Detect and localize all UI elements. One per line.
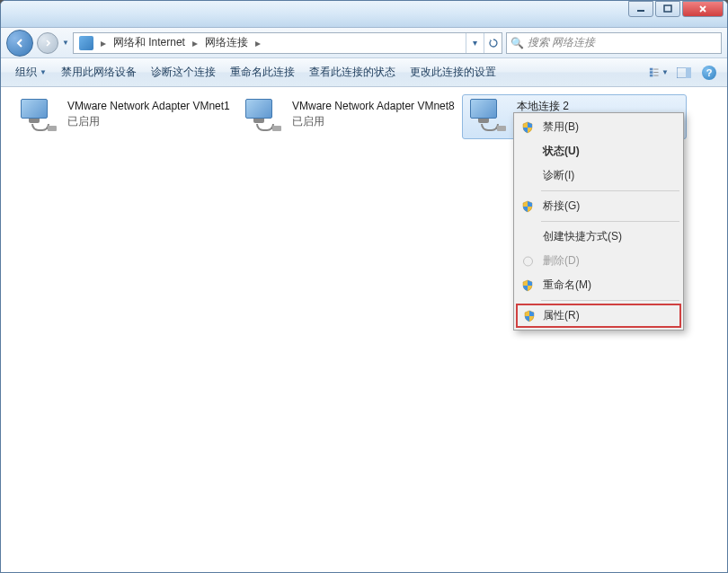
menu-diagnose[interactable]: 诊断(I) (516, 163, 681, 188)
search-placeholder: 搜索 网络连接 (528, 35, 595, 50)
adapter-item[interactable]: VMware Network Adapter VMnet1 已启用 (13, 94, 237, 139)
svg-rect-0 (637, 10, 644, 12)
menu-status[interactable]: 状态(U) (516, 139, 681, 163)
shield-icon (521, 279, 534, 292)
adapter-status: 已启用 (292, 114, 455, 129)
close-button[interactable] (682, 1, 724, 17)
breadcrumb-separator-icon: ▸ (99, 37, 108, 49)
network-icon (79, 36, 93, 50)
adapter-item[interactable]: VMware Network Adapter VMnet8 已启用 (237, 94, 462, 139)
svg-rect-3 (650, 71, 653, 74)
arrow-left-icon (13, 37, 26, 49)
view-icon (649, 66, 661, 79)
navbar: ▼ ▸ 网络和 Internet ▸ 网络连接 ▸ ▾ 🔍 搜索 网络连接 (1, 28, 727, 58)
menu-rename[interactable]: 重命名(M) (516, 273, 681, 297)
view-mode-button[interactable]: ▼ (648, 63, 670, 83)
adapter-name: VMware Network Adapter VMnet1 (67, 99, 230, 114)
search-input[interactable]: 🔍 搜索 网络连接 (506, 32, 722, 54)
toolbar-rename[interactable]: 重命名此连接 (223, 61, 302, 84)
breadcrumb-seg-2[interactable]: 网络连接 (200, 35, 253, 50)
adapter-icon (17, 99, 60, 135)
menu-shortcut[interactable]: 创建快捷方式(S) (516, 225, 681, 249)
svg-rect-4 (650, 74, 653, 76)
address-bar[interactable]: ▸ 网络和 Internet ▸ 网络连接 ▸ ▾ (73, 32, 502, 54)
menu-separator (541, 221, 679, 222)
context-menu: 禁用(B) 状态(U) 诊断(I) 桥接(G) 创建快捷方式(S) 删除(D) … (513, 112, 684, 331)
help-icon: ? (702, 66, 716, 80)
nav-history-dropdown[interactable]: ▼ (62, 39, 69, 47)
svg-rect-7 (653, 75, 658, 75)
breadcrumb-separator-icon: ▸ (191, 37, 200, 49)
nav-back-button[interactable] (6, 30, 33, 57)
menu-separator (541, 300, 679, 301)
explorer-window: ▼ ▸ 网络和 Internet ▸ 网络连接 ▸ ▾ 🔍 搜索 网络连接 组织… (0, 0, 728, 573)
menu-bridge[interactable]: 桥接(G) (516, 194, 681, 218)
toolbar-view-status[interactable]: 查看此连接的状态 (302, 61, 403, 84)
preview-pane-button[interactable] (673, 63, 695, 83)
breadcrumb-separator-icon: ▸ (253, 37, 262, 49)
menu-disable[interactable]: 禁用(B) (516, 115, 681, 139)
menu-properties[interactable]: 属性(R) (516, 304, 681, 328)
nav-forward-button[interactable] (37, 32, 58, 54)
breadcrumb-seg-1[interactable]: 网络和 Internet (108, 35, 191, 50)
adapter-status: 已启用 (67, 114, 230, 129)
menu-delete: 删除(D) (516, 249, 681, 273)
toolbar: 组织▼ 禁用此网络设备 诊断这个连接 重命名此连接 查看此连接的状态 更改此连接… (1, 58, 727, 87)
maximize-button[interactable] (655, 1, 680, 17)
svg-rect-9 (686, 67, 691, 78)
adapter-icon (466, 99, 510, 135)
adapter-icon (242, 99, 285, 135)
circle-icon (523, 256, 533, 266)
close-icon (698, 4, 707, 13)
refresh-button[interactable] (484, 33, 502, 53)
help-button[interactable]: ? (698, 63, 720, 83)
shield-icon (523, 310, 536, 322)
toolbar-diagnose[interactable]: 诊断这个连接 (144, 61, 223, 84)
minimize-button[interactable] (628, 1, 653, 17)
menu-separator (541, 190, 679, 191)
svg-rect-2 (650, 67, 653, 70)
search-icon: 🔍 (510, 37, 524, 49)
adapter-name: VMware Network Adapter VMnet8 (292, 99, 455, 114)
svg-rect-5 (653, 68, 658, 69)
refresh-icon (488, 38, 499, 48)
svg-rect-1 (664, 5, 671, 12)
toolbar-change-settings[interactable]: 更改此连接的设置 (403, 61, 503, 84)
toolbar-disable[interactable]: 禁用此网络设备 (54, 61, 144, 84)
toolbar-organize[interactable]: 组织▼ (8, 61, 54, 84)
titlebar (1, 1, 727, 28)
address-dropdown-button[interactable]: ▾ (466, 33, 484, 53)
minimize-icon (636, 4, 645, 13)
arrow-right-icon (43, 39, 52, 48)
shield-icon (521, 200, 534, 213)
svg-rect-6 (653, 72, 658, 73)
pane-icon (677, 67, 691, 78)
shield-icon (521, 121, 534, 134)
maximize-icon (663, 4, 672, 13)
